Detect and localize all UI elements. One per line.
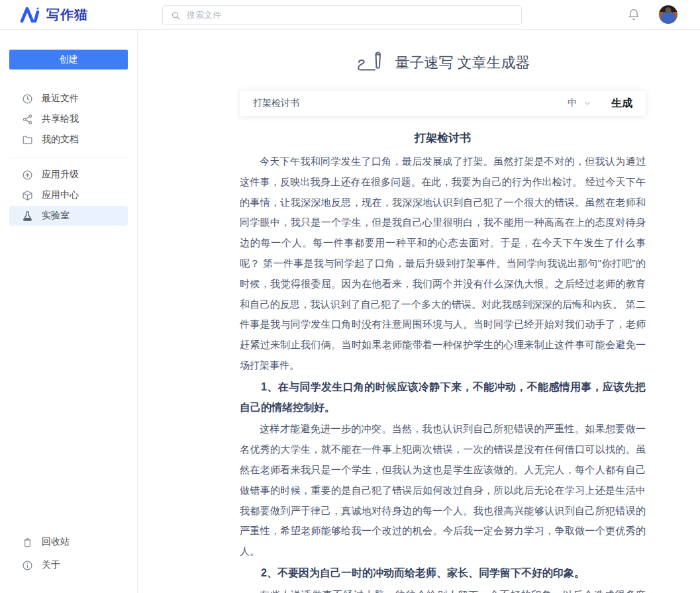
- sidebar-item-label: 应用中心: [42, 189, 79, 201]
- package-icon: [22, 190, 33, 201]
- sidebar-item-app-upgrade[interactable]: 应用升级: [9, 165, 128, 185]
- app-logo[interactable]: 写作猫: [20, 6, 88, 24]
- sidebar-item-label: 回收站: [42, 536, 70, 548]
- share-icon: [22, 114, 33, 125]
- generator-title-text: 量子速写 文章生成器: [395, 53, 530, 73]
- flask-icon: [22, 210, 33, 222]
- sidebar-item-app-center[interactable]: 应用中心: [9, 185, 128, 205]
- search-input[interactable]: 搜索文件: [162, 5, 522, 25]
- folder-icon: [22, 134, 33, 146]
- search-placeholder: 搜索文件: [187, 9, 221, 21]
- logo-icon: [20, 6, 40, 23]
- sidebar-item-recent-files[interactable]: 最近文件: [9, 89, 128, 109]
- user-avatar[interactable]: [659, 5, 677, 24]
- notification-bell-icon[interactable]: [627, 8, 640, 21]
- pen-squiggle-icon: [355, 49, 385, 77]
- generator-title: 量子速写 文章生成器: [240, 46, 646, 80]
- sidebar-item-shared-with-me[interactable]: 共享给我: [9, 109, 128, 129]
- main-area: 量子速写 文章生成器 中 生成 打架检讨书 今天下午我和同学发生了口角，最后发展…: [138, 30, 700, 593]
- create-button[interactable]: 创建: [9, 50, 128, 69]
- generate-button[interactable]: 生成: [611, 97, 632, 111]
- search-icon: [171, 11, 181, 21]
- length-select-value[interactable]: 中: [568, 97, 577, 109]
- topic-input[interactable]: [253, 98, 568, 109]
- top-header: 写作猫 搜索文件: [0, 0, 700, 30]
- sidebar: 创建 最近文件 共享给我 我的文档: [0, 30, 138, 593]
- article-section-heading: 2、不要因为自己一时的冲动而给老师、家长、同学留下不好的印象。: [240, 563, 646, 584]
- info-icon: [22, 560, 33, 571]
- clock-icon: [22, 93, 33, 105]
- article-paragraph: 今天下午我和同学发生了口角，最后发展成了打架。虽然打架是不对的，但我认为通过这件…: [240, 152, 646, 376]
- arrow-up-circle-icon: [22, 169, 33, 181]
- sidebar-divider: [9, 157, 128, 158]
- generator-input-bar: 中 生成: [240, 91, 646, 116]
- sidebar-item-trash[interactable]: 回收站: [9, 532, 128, 552]
- brand-name: 写作猫: [46, 6, 88, 24]
- sidebar-item-label: 实验室: [42, 210, 70, 222]
- generated-article: 打架检讨书 今天下午我和同学发生了口角，最后发展成了打架。虽然打架是不对的，但我…: [240, 130, 646, 593]
- sidebar-item-label: 最近文件: [42, 93, 79, 105]
- article-paragraph: 这样才能避免进一步的冲突。当然，我也认识到自己所犯错误的严重性。如果想要做一名优…: [240, 419, 646, 562]
- sidebar-item-label: 共享给我: [42, 113, 79, 125]
- sidebar-item-about[interactable]: 关于: [9, 555, 128, 575]
- sidebar-item-label: 关于: [42, 559, 60, 571]
- sidebar-item-label: 我的文档: [42, 134, 79, 146]
- sidebar-item-laboratory[interactable]: 实验室: [9, 206, 128, 226]
- chevron-down-icon[interactable]: [583, 99, 591, 107]
- trash-icon: [22, 537, 33, 548]
- article-title: 打架检讨书: [240, 130, 646, 146]
- sidebar-item-my-documents[interactable]: 我的文档: [9, 130, 128, 150]
- sidebar-item-label: 应用升级: [42, 169, 79, 181]
- article-paragraph: 有些人说话做事不经过大脑，往往会给别人留下一个不好的印象，以后会造成很多麻烦。因…: [240, 585, 646, 593]
- article-section-heading: 1、在与同学发生口角的时候应该冷静下来，不能冲动，不能感情用事，应该先把自己的情…: [240, 377, 646, 418]
